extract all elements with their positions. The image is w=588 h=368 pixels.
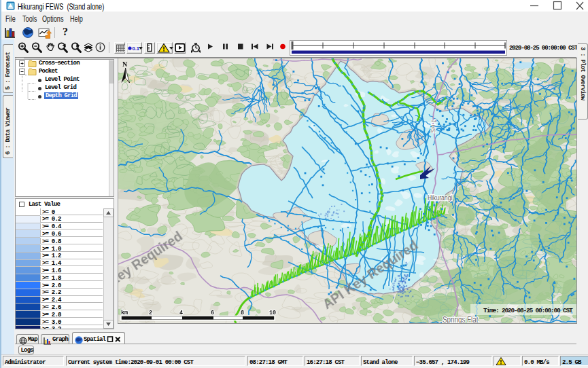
svg-text:Time: 2020-08-25 00:00:00 CST: Time: 2020-08-25 00:00:00 CST (483, 307, 573, 314)
svg-text:SH 1: SH 1 (430, 119, 437, 134)
svg-text:2: 2 (149, 310, 152, 316)
svg-text:4: 4 (179, 310, 183, 316)
svg-text:Hikurangi: Hikurangi (428, 194, 452, 202)
svg-text:Springs Flat: Springs Flat (443, 315, 478, 323)
svg-text:6: 6 (211, 310, 214, 316)
svg-text:8: 8 (241, 310, 244, 316)
svg-text:N: N (122, 60, 128, 68)
svg-text:km: km (121, 310, 128, 316)
svg-text:10: 10 (269, 310, 276, 316)
